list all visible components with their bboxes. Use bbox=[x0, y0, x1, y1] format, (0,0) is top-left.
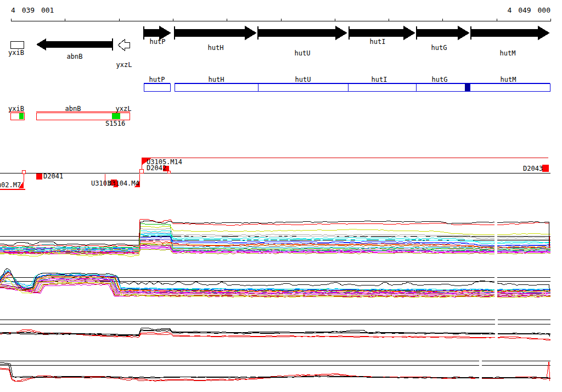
feature-label-S1516[interactable]: S1516 bbox=[105, 120, 125, 127]
gene-arrow-hutH[interactable]: hutH bbox=[174, 26, 257, 52]
feature-label-yxiB[interactable]: yxiB bbox=[8, 105, 24, 113]
gene-body bbox=[471, 29, 538, 37]
operon-box-hut[interactable] bbox=[175, 83, 550, 91]
gene-label-hutI[interactable]: hutI bbox=[370, 38, 386, 46]
gene-body bbox=[175, 29, 245, 37]
genome-browser: 4 039 001 4 049 000 hutPhutHhutUhutIhutG… bbox=[0, 0, 562, 392]
gene-label-hutM[interactable]: hutM bbox=[500, 49, 516, 57]
ruler-end-label: 4 049 000 bbox=[508, 6, 550, 14]
gene-body bbox=[144, 29, 159, 37]
operon-label-hutU[interactable]: hutU bbox=[295, 76, 311, 83]
marker-square[interactable] bbox=[542, 165, 549, 172]
gene-label-hutG[interactable]: hutG bbox=[431, 44, 447, 52]
gene-arrow-yxzL[interactable]: yxzL bbox=[116, 40, 132, 69]
gene-body bbox=[349, 29, 403, 37]
expression-track-1 bbox=[0, 217, 550, 256]
expression-track-3 bbox=[0, 316, 550, 341]
gene-arrow-hutG[interactable]: hutG bbox=[416, 26, 470, 52]
gene-arrowhead bbox=[403, 26, 415, 40]
gene-body bbox=[46, 41, 113, 48]
track-gap bbox=[495, 316, 498, 341]
gene-arrowhead bbox=[458, 26, 470, 40]
expression-trace bbox=[0, 328, 550, 337]
track-gap bbox=[494, 267, 497, 301]
gene-body bbox=[417, 29, 458, 37]
gene-tail-bar bbox=[112, 38, 113, 51]
expression-trace bbox=[0, 268, 550, 292]
gene-arrow-hutI[interactable]: hutI bbox=[349, 26, 415, 46]
gene-arrowhead bbox=[538, 26, 550, 40]
operon-label-hutP[interactable]: hutP bbox=[149, 76, 165, 83]
marker-label-U3104.M4[interactable]: U3104.M4 bbox=[108, 180, 139, 187]
operon-row: hutPhutHhutUhutIhutGhutM bbox=[144, 76, 550, 91]
expression-trace bbox=[0, 362, 550, 378]
expression-trace bbox=[0, 369, 550, 382]
feature-label-abnB[interactable]: abnB bbox=[65, 105, 81, 113]
ruler bbox=[11, 19, 550, 21]
track-gap bbox=[479, 358, 482, 383]
expression-trace bbox=[0, 329, 550, 340]
expression-trace bbox=[0, 331, 550, 340]
gene-label-hutU[interactable]: hutU bbox=[295, 49, 311, 57]
gene-arrow-abnB[interactable]: abnB bbox=[36, 38, 113, 60]
gene-arrowhead bbox=[36, 38, 46, 51]
marker-label-D2041[interactable]: D2041 bbox=[43, 172, 63, 180]
marker-underline bbox=[0, 189, 25, 190]
marker-label-D2043[interactable]: D2043 bbox=[523, 165, 543, 172]
feature-row: yxiBabnByxzLS1516 bbox=[8, 105, 131, 127]
feature-green-segment[interactable] bbox=[19, 113, 24, 119]
marker-clipped-char bbox=[0, 183, 1, 187]
gene-body bbox=[258, 29, 335, 37]
marker-square[interactable] bbox=[36, 173, 42, 180]
operon-label-hutG[interactable]: hutG bbox=[432, 76, 448, 83]
expression-trace bbox=[0, 270, 550, 290]
gene-label-hutH[interactable]: hutH bbox=[208, 44, 224, 52]
feature-green-segment[interactable] bbox=[112, 113, 120, 119]
marker-label-02.M7[interactable]: 02.M7 bbox=[1, 181, 21, 189]
expression-track-2 bbox=[0, 267, 550, 301]
operon-label-hutI[interactable]: hutI bbox=[372, 76, 387, 83]
marker-square-open[interactable] bbox=[139, 169, 143, 173]
browser-canvas: 4 039 001 4 049 000 hutPhutHhutUhutIhutG… bbox=[0, 0, 562, 392]
operon-label-hutH[interactable]: hutH bbox=[209, 76, 224, 83]
ruler-start-label: 4 039 001 bbox=[11, 6, 54, 14]
gene-arrow-hutU[interactable]: hutU bbox=[257, 26, 347, 57]
feature-label-yxzL[interactable]: yxzL bbox=[116, 105, 132, 113]
gene-label-abnB[interactable]: abnB bbox=[67, 53, 83, 60]
marker-row: 02.M7D2041U3103U3104.M4U3105.M14D2042D20… bbox=[0, 158, 550, 190]
gene-arrow-outline bbox=[118, 40, 130, 51]
operon-filled-segment[interactable] bbox=[465, 83, 470, 91]
gene-arrowhead bbox=[245, 26, 257, 40]
expression-track-4 bbox=[0, 358, 550, 383]
track-gap bbox=[494, 217, 497, 256]
marker-square-open[interactable] bbox=[22, 170, 25, 173]
gene-arrow-hutM[interactable]: hutM bbox=[470, 26, 550, 57]
operon-box-hutP[interactable] bbox=[144, 83, 170, 91]
gene-label-yxzL[interactable]: yxzL bbox=[116, 61, 132, 69]
gene-arrow-hutP[interactable]: hutP bbox=[143, 26, 171, 46]
gene-label-hutP[interactable]: hutP bbox=[150, 38, 166, 46]
gene-label-yxiB[interactable]: yxiB bbox=[8, 49, 24, 57]
operon-label-hutM[interactable]: hutM bbox=[501, 76, 516, 83]
marker-square-open[interactable] bbox=[167, 171, 170, 173]
expression-trace bbox=[0, 362, 550, 381]
gene-box-yxiB[interactable]: yxiB bbox=[8, 41, 24, 57]
gene-arrowhead bbox=[335, 26, 347, 40]
marker-label-D2042[interactable]: D2042 bbox=[147, 164, 166, 172]
gene-box bbox=[10, 41, 24, 48]
